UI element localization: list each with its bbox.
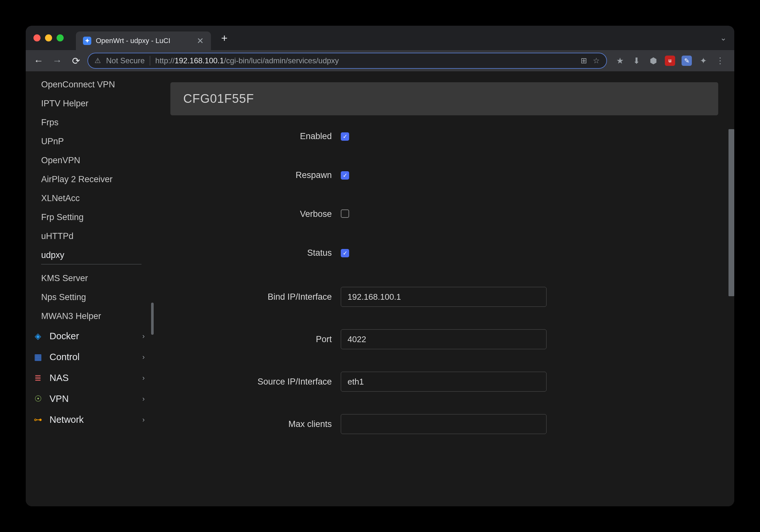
- main-panel: CFG01F55F Enabled ✓ Respawn ✓ Verbose St…: [154, 71, 734, 506]
- chevron-right-icon: ›: [142, 416, 145, 424]
- field-row-max-clients: Max clients: [170, 414, 718, 434]
- sidebar-group-label: NAS: [50, 373, 136, 383]
- warning-icon: ⚠: [95, 57, 101, 65]
- chevron-right-icon: ›: [142, 395, 145, 403]
- verbose-checkbox[interactable]: [341, 209, 349, 218]
- field-row-port: Port: [170, 329, 718, 349]
- browser-tab[interactable]: ✦ OpenWrt - udpxy - LuCI ✕: [76, 31, 211, 50]
- field-label: Max clients: [170, 419, 341, 429]
- maximize-window-button[interactable]: [57, 34, 64, 41]
- sidebar-group-docker[interactable]: ◈ Docker ›: [26, 326, 154, 347]
- sidebar-group-vpn[interactable]: ☉ VPN ›: [26, 388, 154, 409]
- sidebar-item-nps-setting[interactable]: Nps Setting: [26, 288, 154, 307]
- field-row-source-ip: Source IP/Interface: [170, 372, 718, 392]
- sidebar-group-control[interactable]: ▦ Control ›: [26, 347, 154, 368]
- sidebar-group-network[interactable]: ⊶ Network ›: [26, 409, 154, 430]
- sidebar-item-upnp[interactable]: UPnP: [26, 132, 154, 151]
- bind-ip-input[interactable]: [341, 287, 546, 307]
- panel-header: CFG01F55F: [170, 82, 718, 115]
- field-label: Source IP/Interface: [170, 377, 341, 387]
- browser-menu-icon[interactable]: ⋮: [715, 56, 725, 66]
- reload-button[interactable]: ⟳: [69, 54, 83, 68]
- control-icon: ▦: [33, 352, 43, 362]
- sidebar-item-frp-setting[interactable]: Frp Setting: [26, 208, 154, 227]
- network-icon: ⊶: [33, 415, 43, 425]
- extension-area: ★ ⬇ ⬢ u ✎ ✦ ⋮: [611, 56, 729, 66]
- field-label: Verbose: [170, 209, 341, 219]
- marked-extension-icon[interactable]: ✎: [682, 56, 692, 66]
- chevron-right-icon: ›: [142, 332, 145, 340]
- sidebar-item-airplay2[interactable]: AirPlay 2 Receiver: [26, 170, 154, 189]
- enabled-checkbox[interactable]: ✓: [341, 132, 349, 141]
- field-row-respawn: Respawn ✓: [170, 170, 718, 180]
- forward-button[interactable]: →: [50, 54, 64, 68]
- titlebar: ✦ OpenWrt - udpxy - LuCI ✕ + ⌄: [26, 26, 734, 50]
- tab-title: OpenWrt - udpxy - LuCI: [96, 37, 192, 45]
- sidebar-scrollbar[interactable]: [151, 303, 154, 335]
- sidebar-group-label: Network: [50, 415, 136, 425]
- port-input[interactable]: [341, 329, 546, 349]
- extensions-puzzle-icon[interactable]: ✦: [698, 56, 709, 66]
- panel-title: CFG01F55F: [183, 92, 705, 106]
- chevron-right-icon: ›: [142, 353, 145, 361]
- sidebar-item-kms-server[interactable]: KMS Server: [26, 269, 154, 288]
- page-content: OpenConnect VPN IPTV Helper Frps UPnP Op…: [26, 71, 734, 506]
- nas-icon: ≣: [33, 373, 43, 383]
- close-window-button[interactable]: [33, 34, 40, 41]
- field-label: Bind IP/Interface: [170, 292, 341, 302]
- sidebar-group-label: Control: [50, 352, 136, 362]
- sidebar-item-udpxy[interactable]: udpxy: [26, 246, 154, 269]
- browser-toolbar: ← → ⟳ ⚠ Not Secure http://192.168.100.1/…: [26, 50, 734, 71]
- chevron-right-icon: ›: [142, 374, 145, 382]
- source-ip-input[interactable]: [341, 372, 546, 392]
- tab-list-dropdown-icon[interactable]: ⌄: [720, 33, 727, 42]
- field-label: Enabled: [170, 131, 341, 141]
- address-bar[interactable]: ⚠ Not Secure http://192.168.100.1/cgi-bi…: [87, 53, 607, 69]
- docker-icon: ◈: [33, 331, 43, 341]
- close-tab-icon[interactable]: ✕: [197, 36, 204, 46]
- sidebar-item-xlnetacc[interactable]: XLNetAcc: [26, 189, 154, 208]
- field-label: Port: [170, 334, 341, 344]
- divider: [150, 56, 150, 66]
- field-label: Respawn: [170, 170, 341, 180]
- status-checkbox[interactable]: ✓: [341, 249, 349, 257]
- window-controls: [33, 34, 64, 41]
- back-button[interactable]: ←: [31, 54, 46, 68]
- new-tab-button[interactable]: +: [221, 32, 228, 44]
- field-row-enabled: Enabled ✓: [170, 131, 718, 141]
- shield-extension-icon[interactable]: ⬢: [648, 56, 658, 66]
- respawn-checkbox[interactable]: ✓: [341, 171, 349, 180]
- field-row-bind-ip: Bind IP/Interface: [170, 287, 718, 307]
- max-clients-input[interactable]: [341, 414, 546, 434]
- sidebar-item-openvpn[interactable]: OpenVPN: [26, 151, 154, 170]
- ublock-extension-icon[interactable]: u: [665, 56, 675, 66]
- sidebar-item-openconnect-vpn[interactable]: OpenConnect VPN: [26, 75, 154, 94]
- sidebar-group-nas[interactable]: ≣ NAS ›: [26, 368, 154, 388]
- sidebar: OpenConnect VPN IPTV Helper Frps UPnP Op…: [26, 71, 154, 506]
- browser-window: ✦ OpenWrt - udpxy - LuCI ✕ + ⌄ ← → ⟳ ⚠ N…: [26, 26, 734, 506]
- sidebar-item-iptv-helper[interactable]: IPTV Helper: [26, 94, 154, 113]
- sidebar-item-frps[interactable]: Frps: [26, 113, 154, 132]
- install-app-icon[interactable]: ⊞: [581, 56, 587, 65]
- download-icon[interactable]: ⬇: [632, 56, 642, 66]
- sidebar-item-mwan3-helper[interactable]: MWAN3 Helper: [26, 307, 154, 326]
- sidebar-group-label: VPN: [50, 393, 136, 404]
- vpn-icon: ☉: [33, 394, 43, 404]
- field-row-verbose: Verbose: [170, 209, 718, 219]
- security-label: Not Secure: [106, 56, 145, 65]
- minimize-window-button[interactable]: [45, 34, 52, 41]
- bookmark-solid-icon[interactable]: ★: [615, 56, 625, 66]
- bookmark-star-icon[interactable]: ☆: [593, 56, 600, 65]
- field-row-status: Status ✓: [170, 248, 718, 258]
- url-text: http://192.168.100.1/cgi-bin/luci/admin/…: [155, 56, 576, 65]
- sidebar-item-uhttpd[interactable]: uHTTPd: [26, 227, 154, 246]
- field-label: Status: [170, 248, 341, 258]
- openwrt-favicon: ✦: [83, 37, 91, 45]
- sidebar-group-label: Docker: [50, 331, 136, 341]
- main-scrollbar[interactable]: [729, 129, 734, 296]
